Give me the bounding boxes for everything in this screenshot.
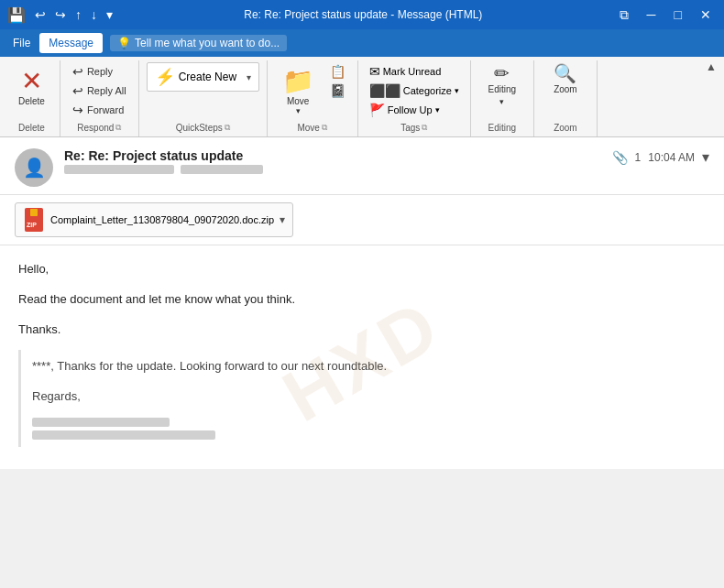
move-icon: 📁 [282,66,314,96]
reply-all-label: Reply All [87,85,126,96]
editing-label: Editing [488,84,517,95]
move-button[interactable]: 📁 Move ▾ [275,62,322,119]
close-btn[interactable]: ✕ [695,5,717,24]
greeting: Hello, [18,260,706,279]
respond-group-label: Respond ⧉ [77,123,121,135]
onenote-icon: 📓 [330,83,346,98]
move-group-label: Move ⧉ [297,123,326,135]
email-header: 👤 Re: Re: Project status update 📎 1 10:0… [0,137,724,195]
menu-message[interactable]: Message [39,33,103,53]
menu-bar: File Message 💡 Tell me what you want to … [0,29,724,57]
delete-icon: ✕ [21,66,42,96]
zoom-button[interactable]: 🔍 Zoom [542,62,589,97]
editing-dropdown[interactable]: ▾ [499,97,504,106]
follow-up-label: Follow Up [388,104,433,115]
mark-unread-button[interactable]: ✉ Mark Unread [366,62,463,81]
email-body: Hello, Read the document and let me know… [0,245,724,469]
quoted-line: ****, Thanks for the update. Looking for… [32,357,695,376]
reply-icon: ↩ [72,64,83,79]
attachment-indicator-icon: 📎 [612,150,628,165]
ribbon: ✕ Delete Delete ↩ Reply ↩ Reply All [0,57,724,137]
zoom-label: Zoom [554,84,577,95]
move-label: Move [287,96,309,106]
maximize-btn[interactable]: □ [669,5,687,24]
attachment-row: ZIP Complaint_Letter_1130879804_09072020… [0,195,724,245]
onenote-button[interactable]: 📓 [325,82,350,100]
editing-group-content: ✏ Editing ▾ [478,62,526,123]
window-controls: ⧉ ─ □ ✕ [614,5,717,25]
title-bar: 💾 ↩ ↪ ↑ ↓ ▾ Re: Re: Project status updat… [0,0,724,29]
email-meta: Re: Re: Project status update [64,148,601,176]
move-dropdown-arrow[interactable]: ▾ [296,106,301,115]
create-new-label: Create New [179,71,236,83]
down-arrow-icon[interactable]: ↓ [91,7,97,22]
ribbon-group-tags: ✉ Mark Unread ⬛⬛ Categorize ▾ 🚩 Follow U… [358,60,471,136]
minimize-btn[interactable]: ─ [642,5,662,24]
rules-button[interactable]: 📋 [325,62,350,81]
tags-expand-icon[interactable]: ⧉ [422,123,427,133]
lightbulb-icon: 💡 [117,37,131,49]
create-new-button[interactable]: ⚡ Create New ▾ [147,62,259,92]
reply-label: Reply [87,66,113,77]
reply-button[interactable]: ↩ Reply [68,62,131,81]
more-icon[interactable]: ▾ [106,7,113,22]
restore-icon[interactable]: ⧉ [614,5,634,25]
up-arrow-icon[interactable]: ↑ [75,7,82,22]
create-new-dropdown-arrow[interactable]: ▾ [247,72,251,82]
follow-up-button[interactable]: 🚩 Follow Up ▾ [366,101,463,119]
ribbon-group-move: 📁 Move ▾ 📋 📓 Move ⧉ [268,60,358,136]
delete-button[interactable]: ✕ Delete [11,62,52,110]
ribbon-group-editing: ✏ Editing ▾ Editing [471,60,534,136]
delete-group-label: Delete [18,123,45,135]
email-area: 👤 Re: Re: Project status update 📎 1 10:0… [0,137,724,469]
svg-text:ZIP: ZIP [27,222,37,228]
content-area: HXD 👤 Re: Re: Project status update 📎 1 … [0,137,724,584]
menu-search[interactable]: 💡 Tell me what you want to do... [110,35,287,51]
sender-info [64,165,601,176]
expand-email-icon[interactable]: ▾ [702,148,709,166]
editing-group-label: Editing [488,123,517,135]
undo-icon[interactable]: ↩ [35,7,46,22]
tags-buttons: ✉ Mark Unread ⬛⬛ Categorize ▾ 🚩 Follow U… [366,62,463,119]
respond-expand-icon[interactable]: ⧉ [115,123,121,133]
categorize-dropdown[interactable]: ▾ [455,86,459,95]
categorize-button[interactable]: ⬛⬛ Categorize ▾ [366,82,463,100]
tags-group-content: ✉ Mark Unread ⬛⬛ Categorize ▾ 🚩 Follow U… [366,62,463,123]
svg-rect-3 [30,209,38,216]
save-icon: 💾 [7,6,26,24]
forward-button[interactable]: ↪ Forward [68,101,131,119]
forward-icon: ↪ [72,103,83,117]
blurred-line-2 [32,430,215,440]
body-line2: Thanks. [18,321,706,340]
attachment-filename: Complaint_Letter_1130879804_09072020.doc… [50,214,274,225]
move-expand-icon[interactable]: ⧉ [322,123,327,133]
sender-name [64,165,174,174]
avatar: 👤 [15,148,53,187]
window-title: Re: Re: Project status update - Message … [113,8,614,21]
quicksteps-expand-icon[interactable]: ⧉ [225,123,230,133]
avatar-icon: 👤 [23,157,46,179]
quicksteps-group-label: QuickSteps ⧉ [176,123,230,135]
menu-file[interactable]: File [4,33,39,53]
reply-all-button[interactable]: ↩ Reply All [68,82,131,100]
email-time-area: 📎 1 10:04 AM ▾ [612,148,709,166]
search-placeholder: Tell me what you want to do... [135,37,280,49]
quickstep-icon: ⚡ [155,67,175,87]
mark-unread-icon: ✉ [369,64,380,79]
mark-unread-label: Mark Unread [383,66,442,77]
redo-icon[interactable]: ↪ [55,7,66,22]
ribbon-collapse-button[interactable]: ▲ [702,59,720,75]
attachment-dropdown-icon[interactable]: ▾ [280,213,285,226]
respond-buttons: ↩ Reply ↩ Reply All ↪ Forward [68,62,131,119]
blurred-line-1 [32,418,170,427]
zoom-group-label: Zoom [554,123,577,135]
follow-up-dropdown[interactable]: ▾ [435,105,440,114]
attachment-file[interactable]: ZIP Complaint_Letter_1130879804_09072020… [15,202,293,237]
delete-group-content: ✕ Delete [11,62,52,123]
file-type-icon: ZIP [23,207,45,233]
editing-button[interactable]: ✏ Editing ▾ [478,62,526,108]
categorize-label: Categorize [403,85,452,96]
zoom-group-content: 🔍 Zoom [542,62,589,123]
delete-label: Delete [18,96,45,106]
email-time: 10:04 AM [648,151,695,164]
